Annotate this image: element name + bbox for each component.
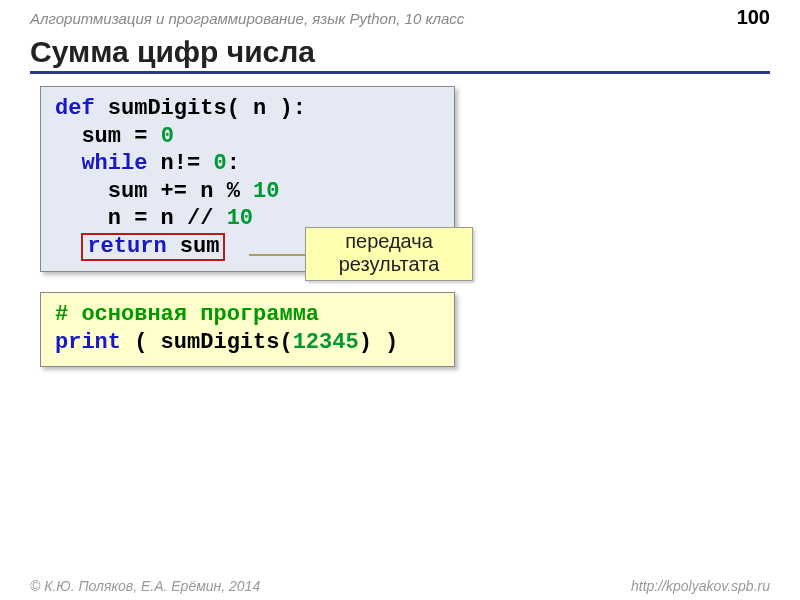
return-highlight-box: return sum bbox=[81, 233, 225, 261]
slide-title: Сумма цифр числа bbox=[30, 35, 770, 74]
code-line-4: sum += n % 10 bbox=[55, 178, 440, 206]
course-title: Алгоритмизация и программирование, язык … bbox=[30, 10, 464, 27]
keyword-def: def bbox=[55, 96, 95, 121]
code-block-main: # основная программа print ( sumDigits(1… bbox=[40, 292, 455, 367]
keyword-return: return bbox=[87, 234, 166, 259]
code-line-3: while n!= 0: bbox=[55, 150, 440, 178]
keyword-while: while bbox=[55, 151, 147, 176]
slide-footer: © К.Ю. Поляков, Е.А. Ерёмин, 2014 http:/… bbox=[0, 578, 800, 594]
callout-line-1: передача bbox=[310, 230, 468, 253]
footer-url: http://kpolyakov.spb.ru bbox=[631, 578, 770, 594]
copyright: © К.Ю. Поляков, Е.А. Ерёмин, 2014 bbox=[30, 578, 260, 594]
page-number: 100 bbox=[737, 6, 770, 29]
callout-line-2: результата bbox=[310, 253, 468, 276]
code-print: print ( sumDigits(12345) ) bbox=[55, 329, 440, 358]
code-line-2: sum = 0 bbox=[55, 123, 440, 151]
callout-connector bbox=[249, 254, 305, 256]
code-line-1: def sumDigits( n ): bbox=[55, 95, 440, 123]
callout-box: передача результата bbox=[305, 227, 473, 281]
keyword-print: print bbox=[55, 330, 121, 355]
slide-header: Алгоритмизация и программирование, язык … bbox=[0, 0, 800, 31]
code-block-function: def sumDigits( n ): sum = 0 while n!= 0:… bbox=[40, 86, 455, 272]
code-comment: # основная программа bbox=[55, 301, 440, 330]
